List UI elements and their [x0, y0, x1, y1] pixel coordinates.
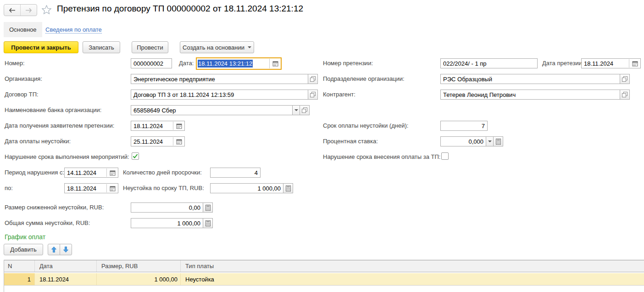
create-based-on-button[interactable]: Создать на основании — [180, 41, 254, 53]
violation-period-from-input[interactable]: 14.11.2024 — [64, 168, 118, 178]
column-header-n[interactable]: N — [4, 260, 35, 272]
choose-icon[interactable] — [308, 90, 318, 100]
dropdown-button[interactable] — [292, 105, 300, 115]
tab-payment-info[interactable]: Сведения по оплате — [45, 26, 102, 34]
penalty-pay-date-label: Дата оплаты неустойки: — [5, 138, 71, 145]
move-up-button[interactable] — [48, 244, 60, 255]
claim-date-label: Дата претезии: — [542, 60, 583, 67]
organization-input[interactable]: Энергетическое предприятие — [131, 74, 308, 84]
cell-row-number[interactable]: 1 — [4, 273, 35, 285]
total-penalty-amount-label: Общая сумма неустойки, RUB: — [5, 219, 90, 227]
caret-down-icon — [294, 109, 298, 111]
overdue-days-label: Количество дней просрочки: — [123, 169, 202, 176]
org-bank-name-label: Наименование банка организации: — [5, 107, 101, 114]
penalty-pay-date-value: 25.11.2024 — [131, 137, 173, 146]
penalty-due-days-input[interactable]: 7 — [440, 121, 488, 131]
org-department-label: Подразделение организации: — [323, 75, 405, 83]
claim-date-value: 18.11.2024 — [582, 59, 629, 68]
tp-payment-violation-checkbox[interactable] — [441, 152, 449, 160]
forward-button[interactable] — [20, 5, 37, 16]
nav-history-buttons — [4, 4, 37, 16]
interest-rate-label: Процентная ставка: — [323, 138, 378, 145]
penalty-tp-amount-label: Неустойка по сроку ТП, RUB: — [123, 185, 204, 192]
post-button[interactable]: Провести — [132, 41, 168, 53]
blue-arrow-up-icon — [51, 247, 56, 253]
milestone-violation-label: Нарушение срока выполнения мероприятий: — [5, 153, 129, 161]
counterparty-input[interactable]: Тетерев Леонид Петрович — [440, 90, 620, 100]
claim-number-input[interactable]: 022/2024/ - 1 пр — [440, 58, 538, 68]
calendar-icon[interactable] — [629, 59, 640, 68]
arrow-right-icon — [25, 8, 32, 13]
back-button[interactable] — [4, 5, 20, 16]
payment-schedule-table: N Дата Размер, RUB Тип платы 1 18.11.202… — [4, 260, 644, 292]
blue-arrow-down-icon — [63, 247, 68, 253]
page-title: Претензия по договору ТП 000000002 от 18… — [57, 4, 303, 14]
move-down-button[interactable] — [60, 244, 72, 255]
claim-received-date-input[interactable]: 18.11.2024 — [131, 121, 185, 131]
violation-period-to-input[interactable]: 18.11.2024 — [64, 183, 118, 193]
calculator-icon[interactable] — [283, 183, 293, 193]
violation-period-to-value: 18.11.2024 — [65, 184, 106, 193]
claim-number-label: Номер претензии: — [323, 60, 373, 67]
org-department-input[interactable]: РЭС Образцовый — [440, 74, 620, 84]
choose-icon[interactable] — [620, 90, 630, 100]
reduced-penalty-amount-input[interactable]: 0,00 — [131, 202, 203, 213]
contract-tp-input[interactable]: Договор ТП 3 от 18.11.2024 12:13:59 — [131, 90, 308, 100]
caret-down-icon — [488, 140, 492, 142]
total-penalty-amount-input[interactable]: 1 000,00 — [131, 218, 203, 228]
post-and-close-button[interactable]: Провести и закрыть — [4, 41, 78, 53]
tab-main[interactable]: Основное — [4, 22, 42, 37]
calculator-icon[interactable] — [493, 136, 503, 146]
column-header-pay-type[interactable]: Тип платы — [181, 260, 644, 272]
arrow-left-icon — [9, 8, 16, 13]
number-label: Номер: — [5, 60, 25, 67]
write-button[interactable]: Записать — [83, 41, 120, 53]
org-bank-name-input[interactable]: 65858649 Сбер — [131, 105, 293, 115]
claim-document-window: Претензия по договору ТП 000000002 от 18… — [0, 0, 644, 292]
tp-payment-violation-label: Нарушение срока внесения оплаты за ТП: — [323, 153, 440, 161]
create-based-on-label: Создать на основании — [183, 44, 244, 51]
cell-date[interactable]: 18.11.2024 — [35, 273, 97, 285]
penalty-tp-amount-input[interactable]: 1 000,00 — [210, 183, 283, 193]
column-header-amount[interactable]: Размер, RUB — [97, 260, 181, 272]
add-row-button[interactable]: Добавить — [4, 244, 43, 255]
organization-label: Организация: — [5, 75, 42, 83]
choose-icon[interactable] — [308, 74, 318, 84]
table-row[interactable]: 1 18.11.2024 1 000,00 Неустойка — [4, 273, 644, 286]
calendar-icon[interactable] — [107, 168, 118, 177]
penalty-pay-date-input[interactable]: 25.11.2024 — [131, 136, 185, 146]
dropdown-button[interactable] — [486, 136, 494, 146]
counterparty-label: Контрагент: — [323, 91, 355, 98]
milestone-violation-checkbox[interactable] — [132, 152, 139, 160]
selected-date-text: 18.11.2024 13:21:12 — [198, 60, 253, 67]
calculator-icon[interactable] — [203, 218, 213, 228]
violation-period-to-label: по: — [5, 185, 13, 192]
claim-date-input[interactable]: 18.11.2024 — [581, 58, 641, 68]
column-header-date[interactable]: Дата — [35, 260, 97, 272]
caret-down-icon — [248, 46, 251, 48]
cell-pay-type[interactable]: Неустойка — [181, 273, 644, 285]
number-input[interactable]: 000000002 — [131, 58, 172, 68]
check-icon — [133, 154, 138, 159]
date-label: Дата: — [179, 60, 194, 67]
overdue-days-input[interactable]: 4 — [210, 168, 261, 178]
claim-received-date-label: Дата получения заявителем претензии: — [5, 122, 114, 129]
payment-schedule-title: График оплат — [5, 233, 45, 241]
calendar-icon[interactable] — [173, 121, 184, 130]
contract-tp-label: Договор ТП: — [5, 91, 39, 98]
calculator-icon[interactable] — [203, 202, 213, 213]
reduced-penalty-amount-label: Размер сниженной неустойки, RUB: — [5, 204, 104, 211]
claim-received-date-value: 18.11.2024 — [131, 121, 173, 130]
calendar-icon[interactable] — [270, 58, 281, 69]
favorite-star-icon[interactable] — [42, 5, 51, 16]
choose-icon[interactable] — [300, 105, 310, 115]
move-row-buttons — [48, 244, 72, 255]
calendar-icon[interactable] — [107, 184, 118, 193]
interest-rate-input[interactable]: 0,000 — [440, 136, 486, 146]
cell-amount[interactable]: 1 000,00 — [97, 273, 181, 285]
date-input[interactable]: 18.11.2024 13:21:12 — [196, 57, 282, 70]
calendar-icon[interactable] — [173, 137, 184, 146]
violation-period-from-label: Период нарушения с: — [5, 169, 64, 176]
choose-icon[interactable] — [620, 74, 630, 84]
penalty-due-days-label: Срок оплаты неустойки (дней): — [323, 122, 408, 129]
